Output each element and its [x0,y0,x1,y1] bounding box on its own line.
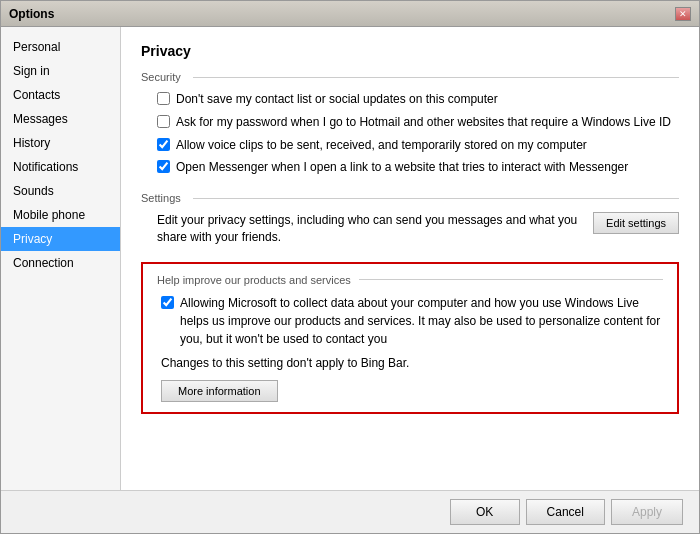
checkbox-no-save[interactable] [157,92,170,105]
checkbox-open-messenger-label: Open Messenger when I open a link to a w… [176,159,628,176]
checkbox-row-1: Don't save my contact list or social upd… [141,91,679,108]
checkbox-ask-password[interactable] [157,115,170,128]
footer: OK Cancel Apply [1,490,699,533]
checkbox-open-messenger[interactable] [157,160,170,173]
sidebar-item-sounds[interactable]: Sounds [1,179,120,203]
main-panel: Privacy Security Don't save my contact l… [121,27,699,490]
cancel-button[interactable]: Cancel [526,499,605,525]
security-divider [193,77,679,78]
ok-button[interactable]: OK [450,499,520,525]
changes-text: Changes to this setting don't apply to B… [161,356,663,370]
checkbox-allow-microsoft-label: Allowing Microsoft to collect data about… [180,294,663,348]
checkbox-allow-microsoft[interactable] [161,296,174,309]
sidebar-item-signin[interactable]: Sign in [1,59,120,83]
settings-label: Settings [141,192,181,204]
sidebar-item-contacts[interactable]: Contacts [1,83,120,107]
settings-body: Edit your privacy settings, including wh… [141,212,679,246]
sidebar-item-history[interactable]: History [1,131,120,155]
sidebar-item-connection[interactable]: Connection [1,251,120,275]
window-title: Options [9,7,54,21]
content-area: PersonalSign inContactsMessagesHistoryNo… [1,27,699,490]
title-bar-controls: ✕ [675,7,691,21]
help-checkbox-row: Allowing Microsoft to collect data about… [161,294,663,348]
checkbox-allow-voice-label: Allow voice clips to be sent, received, … [176,137,587,154]
settings-section: Settings Edit your privacy settings, inc… [141,192,679,246]
close-button[interactable]: ✕ [675,7,691,21]
sidebar-item-privacy[interactable]: Privacy [1,227,120,251]
checkbox-no-save-label: Don't save my contact list or social upd… [176,91,498,108]
settings-divider [193,198,679,199]
help-improve-box: Help improve our products and services A… [141,262,679,414]
sidebar-item-personal[interactable]: Personal [1,35,120,59]
help-box-content: Allowing Microsoft to collect data about… [157,294,663,402]
help-box-title: Help improve our products and services [157,274,351,286]
help-box-divider [359,279,663,280]
edit-settings-button[interactable]: Edit settings [593,212,679,234]
more-information-button[interactable]: More information [161,380,278,402]
settings-description: Edit your privacy settings, including wh… [157,212,581,246]
checkbox-allow-voice[interactable] [157,138,170,151]
apply-button[interactable]: Apply [611,499,683,525]
settings-header: Settings [141,192,679,204]
page-title: Privacy [141,43,679,59]
security-label: Security [141,71,181,83]
checkbox-ask-password-label: Ask for my password when I go to Hotmail… [176,114,671,131]
security-section: Security Don't save my contact list or s… [141,71,679,176]
sidebar-item-notifications[interactable]: Notifications [1,155,120,179]
title-bar: Options ✕ [1,1,699,27]
help-box-header: Help improve our products and services [157,274,663,286]
options-window: Options ✕ PersonalSign inContactsMessage… [0,0,700,534]
security-header: Security [141,71,679,83]
sidebar-item-mobile[interactable]: Mobile phone [1,203,120,227]
sidebar-item-messages[interactable]: Messages [1,107,120,131]
checkbox-row-4: Open Messenger when I open a link to a w… [141,159,679,176]
checkbox-row-3: Allow voice clips to be sent, received, … [141,137,679,154]
checkbox-row-2: Ask for my password when I go to Hotmail… [141,114,679,131]
sidebar: PersonalSign inContactsMessagesHistoryNo… [1,27,121,490]
